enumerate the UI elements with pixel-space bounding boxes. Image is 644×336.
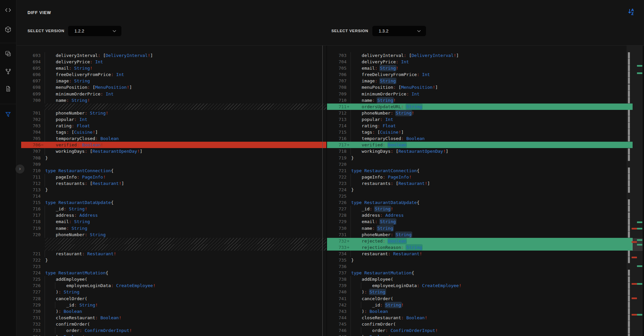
ruler-text-segment <box>628 257 630 263</box>
code-line: 725 <box>327 193 627 199</box>
diff-filler-row <box>21 104 326 110</box>
code-line: 695 email: String! <box>21 65 326 71</box>
ruler-text-segment <box>628 148 630 155</box>
ruler-addition-mark <box>637 244 642 246</box>
code-line: 726type RestaurantDataUpdate{ <box>327 199 627 206</box>
code-line: 722 pageInfo: PageInfo! <box>327 174 627 180</box>
ruler-text-segment <box>628 199 630 206</box>
page-title: DIFF VIEW <box>28 10 51 15</box>
ruler-text-segment <box>628 289 630 295</box>
ruler-text-segment <box>628 225 630 231</box>
chevron-down-icon <box>112 30 116 32</box>
sidebar-item-code[interactable] <box>0 3 16 17</box>
code-line: 744 closeRestaurant: Boolean! <box>327 315 627 321</box>
code-line: 727 _id: String! <box>327 206 627 212</box>
ruler-text-segment <box>628 206 630 212</box>
chevron-down-icon <box>417 30 421 32</box>
sidebar-item-filter[interactable] <box>0 108 16 121</box>
code-line: 712 restaurants: [Restaurant!] <box>21 180 326 187</box>
code-line: 718 workingDays: [RestaurantOpenDay!] <box>327 148 627 154</box>
ruler-addition-mark <box>637 283 642 285</box>
code-line: 701 phoneNumber: String! <box>21 110 326 116</box>
code-line: 731 closeRestaurant: Boolean! <box>21 315 326 321</box>
ruler-text-segment <box>628 52 630 59</box>
code-line: 733 order: ConfirmOrderInput! <box>21 327 326 334</box>
ruler-deletion-mark <box>632 241 637 243</box>
code-line: 693 deliveryInterval: [DeliveryInterval!… <box>21 52 326 59</box>
code-line: 714 <box>21 193 326 199</box>
code-line: 704 tags: [Cuisine!] <box>21 129 326 135</box>
ruler-text-segment <box>628 110 630 116</box>
ruler-added-block <box>627 104 633 110</box>
ruler-text-segment <box>628 180 630 187</box>
code-line: 717 address: Address <box>21 212 326 218</box>
code-line: 733+ rejectionReason: String <box>327 244 627 251</box>
code-line: 708 menuPosition: [MenuPosition!] <box>327 84 627 90</box>
overview-ruler[interactable] <box>627 46 643 336</box>
code-line: 705 email: String! <box>327 65 627 71</box>
ruler-text-segment <box>628 116 630 123</box>
code-line: 730 ): Boolean <box>21 308 326 315</box>
code-line: 746 order: ConfirmOrderInput! <box>327 327 627 334</box>
code-line: 728 cancelOrder( <box>21 295 326 302</box>
svg-text:A: A <box>631 8 634 12</box>
sidebar-item-branches[interactable] <box>0 65 16 78</box>
code-line: 721type RestaurantConnection{ <box>327 167 627 174</box>
expand-panel-button[interactable]: › <box>15 164 24 174</box>
sidebar-item-copy[interactable] <box>0 47 16 60</box>
diff-editor-modified[interactable]: 703 deliveryInterval: [DeliveryInterval!… <box>327 46 627 336</box>
code-line: 727 ): String <box>21 289 326 295</box>
code-line: 721 restaurant: Restaurant! <box>21 251 326 257</box>
ruler-text-segment <box>628 59 630 65</box>
code-line: 702 popular: Int <box>21 116 326 123</box>
code-line: 722} <box>21 257 326 263</box>
ruler-addition-mark <box>637 228 642 229</box>
code-line: 745 confirmOrder( <box>327 321 627 327</box>
ruler-text-segment <box>628 327 630 334</box>
svg-text:Z: Z <box>631 12 634 16</box>
code-line: 710type RestaurantConnection{ <box>21 167 326 174</box>
code-line: 717+ verified: Boolean <box>327 142 627 148</box>
code-line: 723 restaurants: [Restaurant!] <box>327 180 627 187</box>
ruler-text-segment <box>628 78 630 84</box>
ruler-deletion-mark <box>632 314 637 316</box>
version-dropdown-left[interactable]: 1.2.2 <box>68 26 121 36</box>
code-line: 713} <box>21 187 326 193</box>
ruler-text-segment <box>628 167 630 174</box>
code-line: 726 employeeLoginData: CreateEmployee! <box>21 282 326 289</box>
sort-button[interactable]: A Z <box>627 7 636 17</box>
code-line: 711 pageInfo: PageInfo! <box>21 174 326 180</box>
diff-editor-original[interactable]: 693 deliveryInterval: [DeliveryInterval!… <box>21 46 326 336</box>
code-line: 707 workingDays: [RestaurantOpenDay!] <box>21 148 326 154</box>
code-line: 718 email: String <box>21 218 326 225</box>
code-line: 732+ rejected: Boolean <box>327 238 627 244</box>
ruler-deletion-mark <box>632 283 637 285</box>
ruler-addition-mark <box>637 72 642 74</box>
code-line: 714 rating: Float <box>327 123 627 129</box>
code-icon <box>4 6 12 14</box>
code-line: 729 _id: String! <box>21 302 326 308</box>
ruler-addition-mark <box>637 221 642 223</box>
code-line: 710 name: String! <box>327 97 627 104</box>
ruler-deletion-mark <box>632 228 637 229</box>
code-line: 704 deliveryPrice: Int <box>327 59 627 65</box>
sidebar-divider <box>0 104 16 104</box>
code-line: 706 freeDeliveryFromPrice: Int <box>327 71 627 78</box>
ruler-text-segment <box>628 135 630 142</box>
ruler-deletion-mark <box>632 257 637 258</box>
ruler-text-segment <box>628 123 630 129</box>
code-line: 732 confirmOrder( <box>21 321 326 327</box>
ruler-text-segment <box>628 251 630 257</box>
code-line: 696 freeDeliveryFromPrice: Int <box>21 71 326 78</box>
version-dropdown-right[interactable]: 1.3.2 <box>372 26 426 36</box>
code-line: 699 minimumOrderPrice: Int <box>21 91 326 97</box>
editor-boundary-line <box>322 46 323 336</box>
filter-icon <box>5 111 11 118</box>
ruler-deletion-mark <box>632 297 637 299</box>
code-line: 709 minimumOrderPrice: Int <box>327 91 627 97</box>
ruler-text-segment <box>628 91 630 97</box>
sidebar-item-document[interactable] <box>0 82 16 95</box>
sidebar-item-package[interactable] <box>0 23 16 36</box>
code-line: 723 <box>21 263 326 270</box>
ruler-text-segment <box>628 219 630 225</box>
